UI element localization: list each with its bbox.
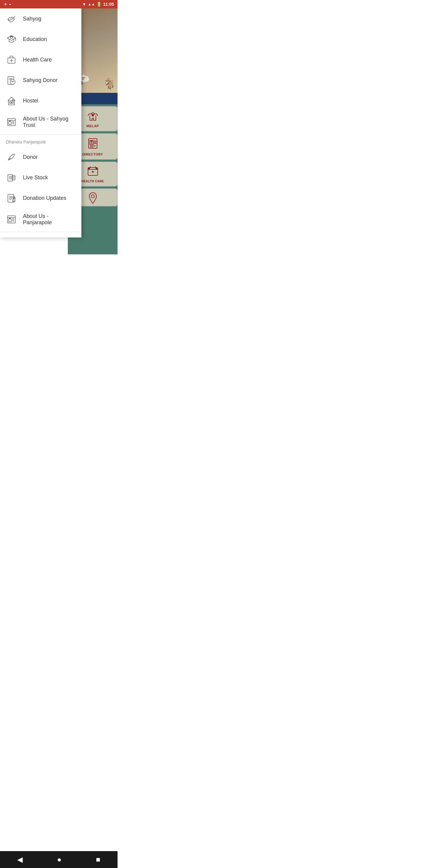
svg-rect-25 (9, 121, 11, 124)
clipboard-icon: ▪ (9, 2, 11, 7)
svg-point-10 (10, 36, 13, 38)
svg-point-3 (91, 141, 92, 142)
sidebar-item-label-donor: Donor (23, 154, 38, 160)
battery-icon: 🔋 (96, 2, 101, 7)
goat-icon-3: 🐑 (80, 74, 90, 84)
svg-rect-20 (10, 102, 11, 103)
svg-rect-19 (8, 101, 14, 105)
sidebar-item-label-education: Education (23, 36, 47, 42)
status-right-info: ▼ ▲▲ 🔋 11:05 (82, 2, 114, 7)
sidebar-item-label-about-panjarapole: About Us - Panjarapole (23, 213, 75, 226)
donor-icon (6, 75, 17, 86)
sidebar-item-label-sahyog: Sahyog (23, 16, 41, 22)
section-divider-2 (0, 232, 82, 232)
sidebar-item-label-hostel: Hostel (23, 98, 38, 104)
svg-point-42 (10, 218, 10, 219)
sidebar-item-about-sahyog[interactable]: About Us - Sahyog Trust (0, 111, 82, 133)
status-left-icons: ☀ ▪ (4, 2, 11, 7)
section-header-others: Others (0, 233, 82, 238)
sidebar-item-about-panjarapole[interactable]: About Us - Panjarapole (0, 208, 82, 230)
section-divider-1 (0, 134, 82, 135)
sidebar-item-label-about-sahyog: About Us - Sahyog Trust (23, 116, 75, 128)
sidebar-item-sahyog[interactable]: Sahyog (0, 8, 82, 29)
about-icon (6, 117, 17, 127)
donation-updates-icon (6, 193, 17, 204)
svg-rect-21 (12, 102, 13, 103)
notification-icon: ☀ (4, 2, 7, 7)
sidebar-item-hostel[interactable]: Hostel (0, 90, 82, 111)
svg-point-7 (91, 195, 94, 198)
svg-point-5 (89, 168, 90, 169)
sidebar-item-label-healthcare: Health Care (23, 57, 52, 63)
svg-point-6 (96, 168, 97, 169)
svg-point-0 (92, 114, 94, 116)
status-bar: ☀ ▪ ▼ ▲▲ 🔋 11:05 (0, 0, 118, 8)
sidebar-item-donation-updates[interactable]: Donation Updates (0, 188, 82, 208)
hostel-icon (6, 95, 17, 106)
sidebar-item-sahyog-donor[interactable]: Sahyog Donor (0, 70, 82, 90)
leaf-icon (6, 152, 17, 162)
sidebar-item-livestock[interactable]: Live Stock (0, 167, 82, 188)
navigation-drawer: Sahyog Education Health Care (0, 8, 82, 238)
livestock-icon (6, 172, 17, 183)
goat-icon-2: 🐐 (103, 78, 116, 90)
sidebar-item-healthcare[interactable]: Health Care (0, 50, 82, 70)
sidebar-item-label-livestock: Live Stock (23, 175, 48, 181)
signal-icon: ▲▲ (88, 2, 95, 6)
svg-rect-37 (8, 194, 14, 202)
svg-rect-41 (9, 219, 11, 222)
graduation-icon (6, 34, 17, 44)
sidebar-item-education[interactable]: Education (0, 29, 82, 50)
sidebar-item-label-sahyog-donor: Sahyog Donor (23, 77, 58, 84)
handshake-icon (6, 13, 17, 24)
medical-briefcase-icon (6, 54, 17, 65)
time-display: 11:05 (103, 2, 114, 7)
wifi-icon: ▼ (82, 2, 87, 7)
sidebar-item-label-donation-updates: Donation Updates (23, 195, 66, 201)
about-panjarapole-icon (6, 214, 17, 225)
section-header-panjarapole: Dhanera Panjarapole (0, 136, 82, 147)
svg-point-26 (10, 121, 10, 121)
sidebar-item-donor[interactable]: Donor (0, 147, 82, 167)
